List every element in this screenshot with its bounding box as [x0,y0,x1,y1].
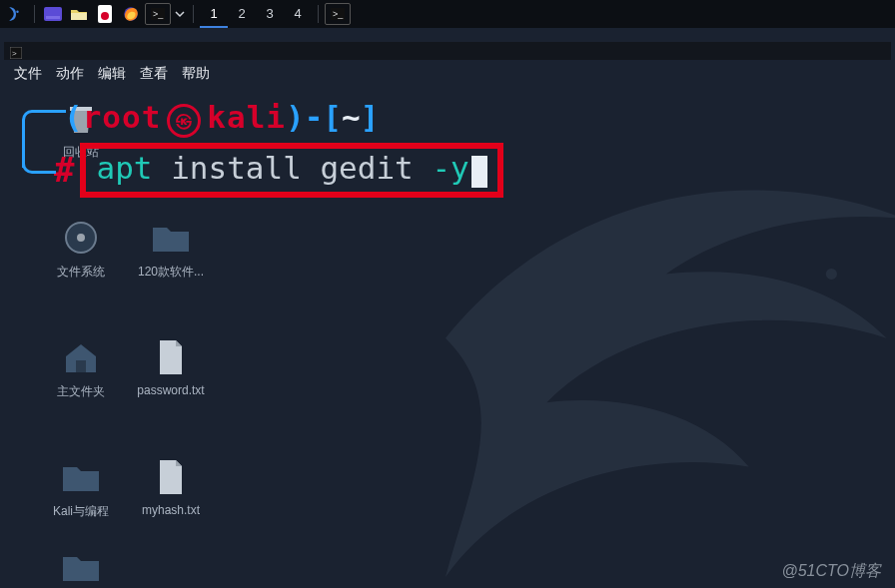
prompt-line-2: # apt install gedit -y [18,143,877,198]
svg-text:>_: >_ [153,9,164,19]
terminal-menu-item[interactable]: 帮助 [182,65,210,83]
prompt-host: kali [207,98,286,137]
terminal-icon: > [10,45,22,57]
top-panel: >_ 1234 >_ [0,0,895,28]
prompt-path: ~ [342,98,361,137]
svg-rect-3 [71,13,87,20]
workspace-2[interactable]: 2 [228,0,256,28]
workspace-4[interactable]: 4 [284,0,312,28]
path-bracket-close: ] [361,98,380,137]
svg-point-5 [101,12,109,20]
show-desktop-button[interactable] [41,3,65,25]
terminal-menu-bar: 文件动作编辑查看帮助 [4,60,891,88]
terminal-menu-item[interactable]: 查看 [140,65,168,83]
firefox-button[interactable] [119,3,143,25]
terminal-titlebar[interactable]: > [4,42,891,60]
skull-icon: ㉿ [167,104,201,138]
cursor-block [471,156,487,188]
app-menu-button[interactable] [4,3,28,25]
workspace-1[interactable]: 1 [200,0,228,28]
svg-rect-2 [46,16,60,19]
terminal-body[interactable]: ( root ㉿ kali ) - [ ~ ] # apt install ge… [4,88,891,208]
terminal-menu-item[interactable]: 动作 [56,65,84,83]
watermark-text: @51CTO博客 [781,561,881,582]
text-editor-button[interactable] [93,3,117,25]
paren-close: ) [286,98,305,137]
terminal-menu-item[interactable]: 文件 [14,65,42,83]
dropdown-arrow-button[interactable] [173,3,187,25]
dash: - [305,98,324,137]
command-name: apt [96,149,152,188]
file-manager-button[interactable] [67,3,91,25]
command-args: install gedit [152,149,432,188]
prompt-user: root [83,98,162,137]
command-flag: -y [432,149,468,188]
path-bracket-open: [ [323,98,342,137]
terminal-launcher-button[interactable]: >_ [145,3,171,25]
prompt-line-1: ( root ㉿ kali ) - [ ~ ] [18,98,877,137]
paren-open: ( [64,98,83,137]
svg-text:>_: >_ [333,9,344,19]
svg-text:>: > [12,49,17,58]
prompt-connector-bottom [22,158,56,174]
terminal-menu-item[interactable]: 编辑 [98,65,126,83]
terminal-window: > 文件动作编辑查看帮助 ( root ㉿ kali ) - [ ~ ] # [4,42,891,584]
workspace-3[interactable]: 3 [256,0,284,28]
command-highlight-box: apt install gedit -y [80,143,502,198]
svg-point-0 [16,11,18,13]
running-terminal-taskbar[interactable]: >_ [325,3,351,25]
